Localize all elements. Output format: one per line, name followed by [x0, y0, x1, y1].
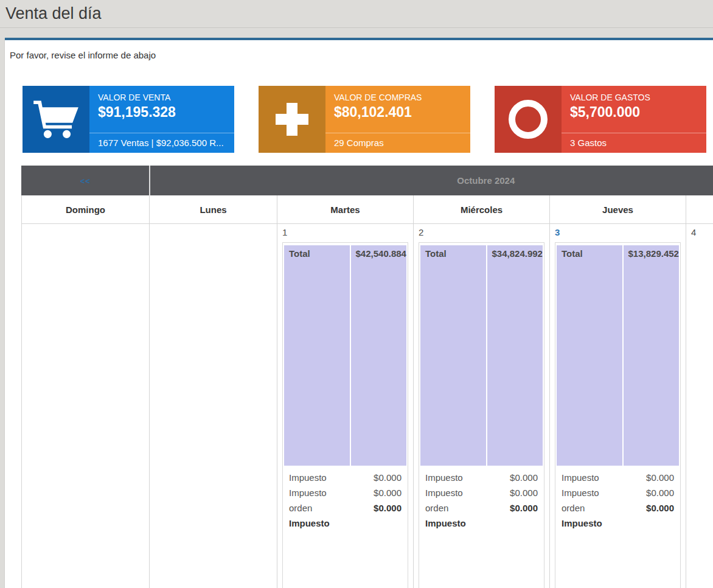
day-name-domingo: Domingo — [22, 195, 150, 224]
calendar-day-names-row: Domingo Lunes Martes Miércoles Jueves — [22, 195, 713, 224]
total-row-value: $13,829.452 — [624, 245, 679, 466]
total-row-label: Total — [284, 245, 350, 466]
day-name-viernes — [686, 195, 713, 224]
summary-row-taxes: Impuesto Impuesto orden Impuesto $0.000 … — [420, 468, 543, 588]
stat-card-body: VALOR DE GASTOS $5,700.000 3 Gastos — [562, 86, 706, 153]
page-header: Venta del día — [0, 0, 713, 28]
tax-value-3: $0.000 — [492, 500, 538, 516]
page-title: Venta del día — [0, 4, 102, 23]
stat-cards-row: VALOR DE VENTA $91,195.328 1677 Ventas |… — [23, 86, 713, 153]
tax-labels: Impuesto Impuesto orden Impuesto — [420, 468, 486, 588]
tax-value-2: $0.000 — [356, 485, 402, 500]
tax-value-1: $0.000 — [356, 470, 402, 485]
stat-footer: 3 Gastos — [562, 133, 706, 148]
stat-title: VALOR DE COMPRAS — [334, 93, 462, 102]
calendar-day-cell-2[interactable]: 2 Total $34,824.992 Impuesto Impuesto or… — [414, 224, 550, 588]
tax-values: $0.000 $0.000 $0.000 — [487, 468, 543, 588]
stat-card-compras: VALOR DE COMPRAS $80,102.401 29 Compras — [259, 86, 470, 153]
tax-values: $0.000 $0.000 $0.000 — [351, 468, 406, 588]
ring-icon — [495, 86, 562, 153]
tax-label-1: Impuesto — [425, 470, 481, 485]
tax-value-1: $0.000 — [628, 470, 674, 485]
tax-labels: Impuesto Impuesto orden Impuesto — [557, 468, 622, 588]
day-name-miercoles: Miércoles — [414, 195, 550, 224]
calendar-day-cell-4[interactable]: 4 — [686, 224, 713, 588]
tax-labels: Impuesto Impuesto orden Impuesto — [284, 468, 350, 588]
calendar-day-cell — [150, 224, 277, 588]
tax-values: $0.000 $0.000 $0.000 — [624, 468, 679, 588]
day-summary-table: Total $42,540.884 Impuesto Impuesto orde… — [282, 242, 408, 588]
tax-value-2: $0.000 — [492, 485, 538, 500]
cart-icon — [23, 86, 89, 153]
day-number-today[interactable]: 3 — [555, 227, 681, 237]
calendar-header-row: << Octubre 2024 — [22, 166, 713, 195]
stat-title: VALOR DE GASTOS — [570, 93, 698, 102]
tax-value-3: $0.000 — [356, 500, 402, 516]
day-name-jueves: Jueves — [550, 195, 686, 224]
stat-card-body: VALOR DE COMPRAS $80,102.401 29 Compras — [325, 86, 470, 153]
day-number: 1 — [282, 227, 408, 237]
calendar-day-cell-3[interactable]: 3 Total $13,829.452 Impuesto Impuesto or… — [550, 224, 686, 588]
tax-label-2: Impuesto orden — [562, 485, 617, 516]
day-name-lunes: Lunes — [150, 195, 277, 224]
summary-row-taxes: Impuesto Impuesto orden Impuesto $0.000 … — [557, 468, 679, 588]
tax-label-2: Impuesto orden — [289, 485, 345, 516]
total-row-label: Total — [557, 245, 622, 466]
summary-row-total: Total $34,824.992 — [420, 245, 543, 466]
calendar-day-cell — [22, 224, 150, 588]
tax-value-1: $0.000 — [492, 470, 538, 485]
calendar-month-label: Octubre 2024 — [457, 175, 515, 186]
stat-card-ventas: VALOR DE VENTA $91,195.328 1677 Ventas |… — [23, 86, 234, 153]
stat-card-gastos: VALOR DE GASTOS $5,700.000 3 Gastos — [495, 86, 706, 153]
tax-value-3: $0.000 — [628, 500, 674, 516]
tax-label-3: Impuesto — [425, 516, 481, 531]
day-summary-table: Total $34,824.992 Impuesto Impuesto orde… — [419, 242, 544, 588]
stat-title: VALOR DE VENTA — [98, 93, 226, 102]
calendar-day-cell-1[interactable]: 1 Total $42,540.884 Impuesto Impuesto or… — [277, 224, 414, 588]
day-summary-table: Total $13,829.452 Impuesto Impuesto orde… — [555, 242, 681, 588]
stat-card-body: VALOR DE VENTA $91,195.328 1677 Ventas |… — [89, 86, 234, 153]
tax-label-1: Impuesto — [562, 470, 617, 485]
total-row-value: $34,824.992 — [487, 245, 543, 466]
total-row-value: $42,540.884 — [351, 245, 406, 466]
calendar-prev-month-link[interactable]: << — [80, 177, 91, 186]
report-card: Por favor, revise el informe de abajo VA… — [5, 38, 713, 588]
summary-row-total: Total $42,540.884 — [284, 245, 406, 466]
calendar-table: << Octubre 2024 Domingo Lunes Martes Mié… — [21, 166, 713, 588]
day-name-martes: Martes — [277, 195, 414, 224]
day-number: 4 — [691, 227, 713, 237]
tax-label-3: Impuesto — [289, 516, 345, 531]
calendar-month-cell: Octubre 2024 — [150, 166, 713, 195]
summary-row-total: Total $13,829.452 — [557, 245, 679, 466]
tax-label-3: Impuesto — [562, 516, 617, 531]
stat-footer: 1677 Ventas | $92,036.500 R... — [89, 133, 234, 148]
tax-value-2: $0.000 — [628, 485, 674, 500]
report-subtitle: Por favor, revise el informe de abajo — [10, 50, 713, 60]
stat-value: $80,102.401 — [334, 104, 462, 121]
total-row-label: Total — [420, 245, 486, 466]
stat-footer: 29 Compras — [325, 133, 470, 148]
summary-row-taxes: Impuesto Impuesto orden Impuesto $0.000 … — [284, 468, 406, 588]
stat-value: $5,700.000 — [570, 104, 698, 121]
calendar-container: << Octubre 2024 Domingo Lunes Martes Mié… — [21, 166, 713, 588]
calendar-week-row-1: 1 Total $42,540.884 Impuesto Impuesto or… — [22, 224, 713, 588]
calendar-nav-prev-cell: << — [22, 166, 150, 195]
plus-icon — [259, 86, 325, 153]
stat-value: $91,195.328 — [98, 104, 226, 121]
tax-label-1: Impuesto — [289, 470, 345, 485]
day-number: 2 — [419, 227, 544, 237]
tax-label-2: Impuesto orden — [425, 485, 481, 516]
